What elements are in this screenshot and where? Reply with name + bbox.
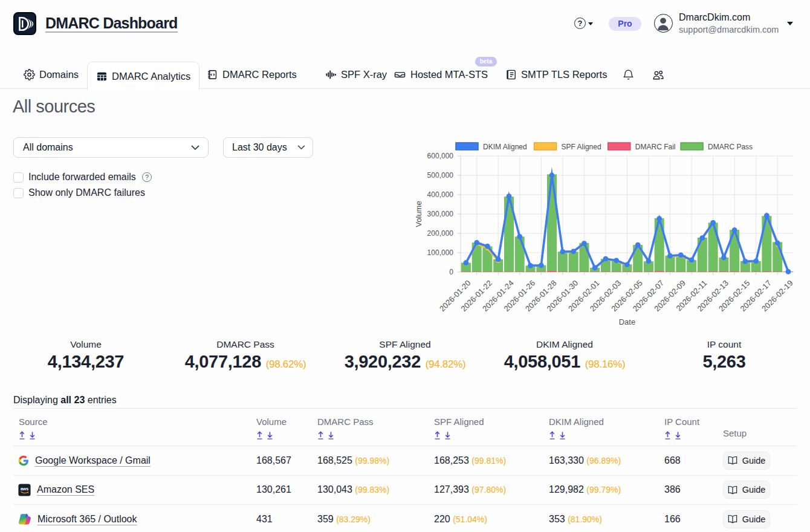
svg-text:100,000: 100,000 <box>427 248 454 257</box>
svg-text:Date: Date <box>619 317 635 326</box>
svg-text:0: 0 <box>449 268 453 276</box>
svg-text:DMARC Pass: DMARC Pass <box>708 143 753 151</box>
svg-text:DKIM Aligned: DKIM Aligned <box>483 143 527 151</box>
svg-text:500,000: 500,000 <box>427 171 454 180</box>
svg-text:Volume: Volume <box>414 201 423 227</box>
svg-text:300,000: 300,000 <box>427 210 454 218</box>
svg-text:DMARC Fail: DMARC Fail <box>635 143 676 151</box>
svg-text:SPF Aligned: SPF Aligned <box>562 143 601 151</box>
svg-text:200,000: 200,000 <box>427 229 454 238</box>
svg-text:600,000: 600,000 <box>427 152 454 160</box>
svg-text:400,000: 400,000 <box>427 190 454 199</box>
svg-text:aws: aws <box>21 487 28 491</box>
